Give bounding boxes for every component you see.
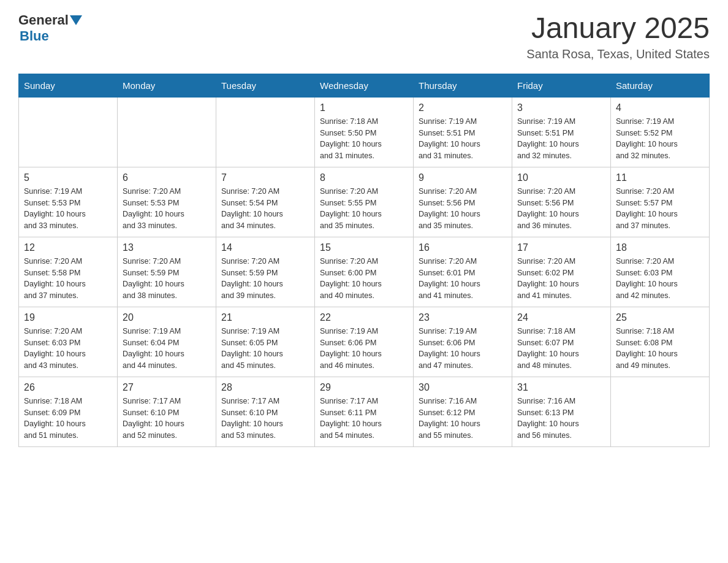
day-number: 1 — [320, 102, 408, 113]
day-info: Sunrise: 7:20 AMSunset: 5:56 PMDaylight:… — [419, 186, 507, 232]
calendar-cell: 26Sunrise: 7:18 AMSunset: 6:09 PMDayligh… — [19, 377, 118, 446]
day-info: Sunrise: 7:16 AMSunset: 6:13 PMDaylight:… — [517, 396, 605, 442]
day-info: Sunrise: 7:20 AMSunset: 5:53 PMDaylight:… — [123, 186, 211, 232]
day-info: Sunrise: 7:19 AMSunset: 6:06 PMDaylight:… — [419, 326, 507, 372]
calendar-cell: 9Sunrise: 7:20 AMSunset: 5:56 PMDaylight… — [414, 167, 512, 237]
day-number: 24 — [517, 312, 605, 323]
day-info: Sunrise: 7:19 AMSunset: 5:51 PMDaylight:… — [419, 116, 507, 162]
day-of-week-header: Monday — [118, 74, 216, 97]
calendar-week-row: 1Sunrise: 7:18 AMSunset: 5:50 PMDaylight… — [19, 97, 710, 167]
day-number: 25 — [616, 312, 704, 323]
day-number: 12 — [24, 242, 112, 253]
day-number: 13 — [123, 242, 211, 253]
day-number: 22 — [320, 312, 408, 323]
calendar-cell: 25Sunrise: 7:18 AMSunset: 6:08 PMDayligh… — [611, 307, 710, 377]
calendar-cell: 28Sunrise: 7:17 AMSunset: 6:10 PMDayligh… — [216, 377, 315, 446]
calendar-cell — [118, 97, 216, 167]
calendar-cell: 10Sunrise: 7:20 AMSunset: 5:56 PMDayligh… — [512, 167, 611, 237]
day-of-week-header: Friday — [512, 74, 611, 97]
day-number: 6 — [123, 172, 211, 183]
calendar-cell: 30Sunrise: 7:16 AMSunset: 6:12 PMDayligh… — [414, 377, 512, 446]
day-info: Sunrise: 7:19 AMSunset: 5:51 PMDaylight:… — [517, 116, 605, 162]
day-number: 30 — [419, 382, 507, 393]
day-info: Sunrise: 7:17 AMSunset: 6:10 PMDaylight:… — [123, 396, 211, 442]
day-number: 18 — [616, 242, 704, 253]
day-number: 26 — [24, 382, 112, 393]
calendar-cell: 13Sunrise: 7:20 AMSunset: 5:59 PMDayligh… — [118, 237, 216, 307]
calendar-cell: 4Sunrise: 7:19 AMSunset: 5:52 PMDaylight… — [611, 97, 710, 167]
day-number: 16 — [419, 242, 507, 253]
page-title: January 2025 — [526, 12, 710, 45]
day-info: Sunrise: 7:20 AMSunset: 5:55 PMDaylight:… — [320, 186, 408, 232]
calendar-cell: 1Sunrise: 7:18 AMSunset: 5:50 PMDaylight… — [315, 97, 414, 167]
calendar-cell: 24Sunrise: 7:18 AMSunset: 6:07 PMDayligh… — [512, 307, 611, 377]
calendar-cell: 8Sunrise: 7:20 AMSunset: 5:55 PMDaylight… — [315, 167, 414, 237]
page-subtitle: Santa Rosa, Texas, United States — [526, 47, 710, 61]
day-info: Sunrise: 7:20 AMSunset: 6:02 PMDaylight:… — [517, 256, 605, 302]
calendar-cell: 15Sunrise: 7:20 AMSunset: 6:00 PMDayligh… — [315, 237, 414, 307]
calendar-cell: 21Sunrise: 7:19 AMSunset: 6:05 PMDayligh… — [216, 307, 315, 377]
day-number: 31 — [517, 382, 605, 393]
day-number: 10 — [517, 172, 605, 183]
day-info: Sunrise: 7:19 AMSunset: 6:05 PMDaylight:… — [221, 326, 309, 372]
calendar-cell: 23Sunrise: 7:19 AMSunset: 6:06 PMDayligh… — [414, 307, 512, 377]
day-info: Sunrise: 7:20 AMSunset: 5:57 PMDaylight:… — [616, 186, 704, 232]
day-info: Sunrise: 7:19 AMSunset: 5:52 PMDaylight:… — [616, 116, 704, 162]
day-number: 3 — [517, 102, 605, 113]
calendar-week-row: 5Sunrise: 7:19 AMSunset: 5:53 PMDaylight… — [19, 167, 710, 237]
day-number: 20 — [123, 312, 211, 323]
calendar-cell: 2Sunrise: 7:19 AMSunset: 5:51 PMDaylight… — [414, 97, 512, 167]
day-info: Sunrise: 7:19 AMSunset: 6:06 PMDaylight:… — [320, 326, 408, 372]
calendar-cell: 5Sunrise: 7:19 AMSunset: 5:53 PMDaylight… — [19, 167, 118, 237]
calendar-header-row: SundayMondayTuesdayWednesdayThursdayFrid… — [19, 74, 710, 97]
calendar-cell: 22Sunrise: 7:19 AMSunset: 6:06 PMDayligh… — [315, 307, 414, 377]
day-info: Sunrise: 7:20 AMSunset: 5:58 PMDaylight:… — [24, 256, 112, 302]
day-info: Sunrise: 7:19 AMSunset: 6:04 PMDaylight:… — [123, 326, 211, 372]
day-info: Sunrise: 7:18 AMSunset: 6:07 PMDaylight:… — [517, 326, 605, 372]
calendar-cell: 18Sunrise: 7:20 AMSunset: 6:03 PMDayligh… — [611, 237, 710, 307]
title-block: January 2025 Santa Rosa, Texas, United S… — [526, 12, 710, 61]
page-header: General Blue January 2025 Santa Rosa, Te… — [18, 12, 710, 61]
day-number: 27 — [123, 382, 211, 393]
calendar-cell: 14Sunrise: 7:20 AMSunset: 5:59 PMDayligh… — [216, 237, 315, 307]
day-number: 9 — [419, 172, 507, 183]
day-number: 4 — [616, 102, 704, 113]
day-info: Sunrise: 7:19 AMSunset: 5:53 PMDaylight:… — [24, 186, 112, 232]
day-info: Sunrise: 7:20 AMSunset: 6:03 PMDaylight:… — [24, 326, 112, 372]
calendar-cell — [216, 97, 315, 167]
calendar-cell: 20Sunrise: 7:19 AMSunset: 6:04 PMDayligh… — [118, 307, 216, 377]
day-info: Sunrise: 7:18 AMSunset: 5:50 PMDaylight:… — [320, 116, 408, 162]
calendar-cell: 29Sunrise: 7:17 AMSunset: 6:11 PMDayligh… — [315, 377, 414, 446]
day-number: 23 — [419, 312, 507, 323]
day-number: 21 — [221, 312, 309, 323]
day-number: 29 — [320, 382, 408, 393]
day-number: 8 — [320, 172, 408, 183]
logo-triangle-icon — [70, 15, 82, 25]
day-info: Sunrise: 7:20 AMSunset: 6:01 PMDaylight:… — [419, 256, 507, 302]
day-of-week-header: Wednesday — [315, 74, 414, 97]
day-info: Sunrise: 7:16 AMSunset: 6:12 PMDaylight:… — [419, 396, 507, 442]
day-info: Sunrise: 7:20 AMSunset: 6:03 PMDaylight:… — [616, 256, 704, 302]
day-number: 28 — [221, 382, 309, 393]
day-info: Sunrise: 7:17 AMSunset: 6:11 PMDaylight:… — [320, 396, 408, 442]
day-number: 17 — [517, 242, 605, 253]
logo: General Blue — [18, 12, 83, 44]
calendar-cell: 27Sunrise: 7:17 AMSunset: 6:10 PMDayligh… — [118, 377, 216, 446]
calendar-week-row: 12Sunrise: 7:20 AMSunset: 5:58 PMDayligh… — [19, 237, 710, 307]
logo-general-text: General — [18, 12, 69, 28]
day-info: Sunrise: 7:20 AMSunset: 5:59 PMDaylight:… — [123, 256, 211, 302]
calendar-cell: 7Sunrise: 7:20 AMSunset: 5:54 PMDaylight… — [216, 167, 315, 237]
day-of-week-header: Tuesday — [216, 74, 315, 97]
day-number: 19 — [24, 312, 112, 323]
day-info: Sunrise: 7:20 AMSunset: 6:00 PMDaylight:… — [320, 256, 408, 302]
day-number: 15 — [320, 242, 408, 253]
calendar-cell — [611, 377, 710, 446]
calendar-cell — [19, 97, 118, 167]
day-number: 14 — [221, 242, 309, 253]
day-info: Sunrise: 7:20 AMSunset: 5:59 PMDaylight:… — [221, 256, 309, 302]
day-info: Sunrise: 7:18 AMSunset: 6:09 PMDaylight:… — [24, 396, 112, 442]
logo-blue-text: Blue — [20, 28, 49, 44]
day-info: Sunrise: 7:20 AMSunset: 5:56 PMDaylight:… — [517, 186, 605, 232]
calendar-table: SundayMondayTuesdayWednesdayThursdayFrid… — [18, 74, 710, 447]
day-number: 5 — [24, 172, 112, 183]
